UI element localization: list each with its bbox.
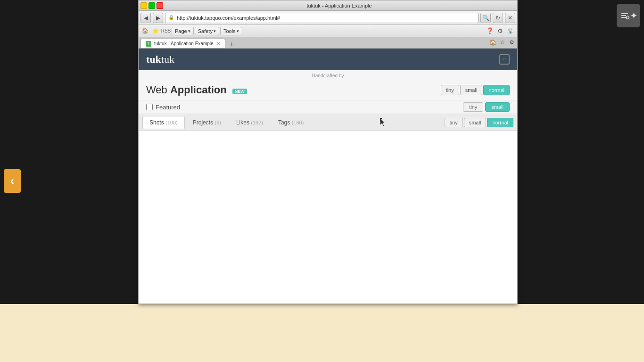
page-label: Page	[175, 28, 187, 34]
star-tab-icon[interactable]: ☆	[498, 39, 506, 46]
active-browser-tab[interactable]: T tuktuk - Application Example ✕	[140, 39, 225, 48]
header-icon-text: □	[503, 57, 506, 62]
featured-small-button[interactable]: small	[485, 102, 510, 112]
page-menu[interactable]: Page	[172, 27, 194, 35]
tuktuk-logo: tuktuk	[146, 53, 174, 66]
rss-icon[interactable]: RSS	[161, 26, 171, 36]
tags-count: (160)	[292, 120, 304, 125]
search-button[interactable]: 🔍	[480, 13, 491, 23]
top-normal-button[interactable]: normal	[483, 85, 510, 95]
titlebar-buttons	[140, 2, 163, 9]
subtitle-text: Handcrafted by	[312, 73, 344, 78]
tab-normal-button[interactable]: normal	[487, 118, 513, 127]
tools-icon[interactable]	[617, 4, 640, 27]
new-badge: NEW	[232, 89, 247, 94]
tags-tab[interactable]: Tags (160)	[271, 116, 311, 129]
projects-tab[interactable]: Projects (3)	[186, 116, 228, 129]
featured-checkbox-group: Featured	[146, 104, 180, 111]
svg-line-4	[628, 18, 629, 19]
featured-checkbox[interactable]	[146, 104, 153, 110]
web-app-title-text: Web Application	[146, 84, 230, 96]
tabs-right-size-buttons: tiny small normal	[445, 118, 513, 127]
browser-titlebar: tuktuk - Application Example	[139, 0, 517, 11]
safety-label: Safety	[198, 28, 213, 34]
tuktuk-tabs-bar: Shots (100) Projects (3) Likes (192) Tag…	[139, 114, 517, 131]
tab-tiny-button[interactable]: tiny	[445, 118, 463, 127]
close-button[interactable]	[157, 2, 163, 9]
projects-count: (3)	[215, 120, 221, 125]
lock-icon: 🔒	[168, 15, 175, 21]
tools-label: Tools	[223, 28, 236, 34]
featured-label: Featured	[156, 104, 180, 111]
help-icon[interactable]: ❓	[485, 26, 495, 36]
tuktuk-content-area	[139, 131, 517, 304]
rss-feed-icon[interactable]: 📡	[506, 26, 515, 36]
tab-favicon: T	[146, 41, 151, 47]
prev-arrow-button[interactable]	[4, 169, 21, 193]
new-tab-button[interactable]: +	[227, 40, 237, 48]
tags-tab-label: Tags	[278, 119, 290, 126]
forward-button[interactable]: ▶	[153, 13, 163, 23]
tab-title: tuktuk - Application Example	[154, 41, 214, 46]
logo-light-part: tuk	[161, 53, 174, 65]
bg-bottom	[0, 304, 644, 362]
minimize-button[interactable]	[140, 2, 147, 9]
browser-address-toolbar: ◀ ▶ 🔒 http://tuktuk.tapquo.com/examples/…	[139, 11, 517, 25]
tuktuk-tabs: Shots (100) Projects (3) Likes (192) Tag…	[142, 116, 311, 129]
browser-window: tuktuk - Application Example ◀ ▶ 🔒 http:…	[138, 0, 518, 304]
safety-menu[interactable]: Safety	[195, 27, 219, 35]
address-bar[interactable]: 🔒 http://tuktuk.tapquo.com/examples/app.…	[165, 13, 479, 23]
home-icon[interactable]: 🏠	[140, 26, 150, 36]
settings-tab-icon[interactable]: ⚙	[508, 39, 515, 46]
tuktuk-subtitle: Handcrafted by	[139, 70, 517, 80]
address-text: http://tuktuk.tapquo.com/examples/app.ht…	[177, 15, 280, 21]
browser-content: tuktuk □ Handcrafted by Web Application …	[139, 49, 517, 304]
top-tiny-button[interactable]: tiny	[441, 85, 459, 95]
shots-count: (100)	[165, 120, 178, 125]
tab-right-icons: 🏠 ☆ ⚙	[489, 39, 515, 48]
menu-icon-group: ❓ ⚙ 📡	[485, 26, 515, 36]
tuktuk-app: tuktuk □ Handcrafted by Web Application …	[139, 49, 517, 304]
web-app-title: Web Application NEW	[146, 84, 247, 96]
back-button[interactable]: ◀	[140, 13, 151, 23]
tuktuk-header: tuktuk □	[139, 49, 517, 70]
refresh-button[interactable]: ↻	[493, 13, 503, 23]
header-square-icon[interactable]: □	[499, 54, 510, 65]
tab-close-icon[interactable]: ✕	[216, 41, 220, 46]
likes-tab-label: Likes	[236, 119, 249, 126]
logo-bold-part: tuk	[146, 53, 161, 65]
featured-size-buttons: tiny small	[463, 102, 510, 112]
shots-tab-label: Shots	[149, 119, 164, 126]
tools-menu[interactable]: Tools	[220, 27, 242, 35]
maximize-button[interactable]	[149, 2, 155, 9]
likes-tab[interactable]: Likes (192)	[229, 116, 270, 129]
projects-tab-label: Projects	[193, 119, 213, 126]
bg-right	[518, 0, 644, 304]
application-text: Application	[170, 84, 227, 96]
home-tab-icon[interactable]: 🏠	[489, 39, 496, 46]
featured-tiny-button[interactable]: tiny	[463, 102, 483, 112]
stop-button[interactable]: ✕	[505, 13, 515, 23]
star-icon[interactable]: ⭐	[151, 26, 160, 36]
browser-menu-bar: 🏠 ⭐ RSS Page Safety Tools ❓ ⚙ 📡	[139, 25, 517, 37]
featured-row: Featured tiny small	[139, 100, 517, 114]
bg-left	[0, 0, 138, 304]
browser-title: tuktuk - Application Example	[163, 3, 515, 8]
web-app-section: Web Application NEW tiny small normal	[139, 80, 517, 100]
tab-small-button[interactable]: small	[464, 118, 487, 127]
top-small-button[interactable]: small	[460, 85, 483, 95]
shots-tab[interactable]: Shots (100)	[142, 116, 185, 129]
browser-tab-bar: T tuktuk - Application Example ✕ + 🏠 ☆ ⚙	[139, 37, 517, 49]
likes-count: (192)	[251, 120, 263, 125]
settings-icon2[interactable]: ⚙	[495, 26, 505, 36]
top-size-buttons: tiny small normal	[441, 85, 510, 95]
web-text: Web	[146, 84, 170, 96]
